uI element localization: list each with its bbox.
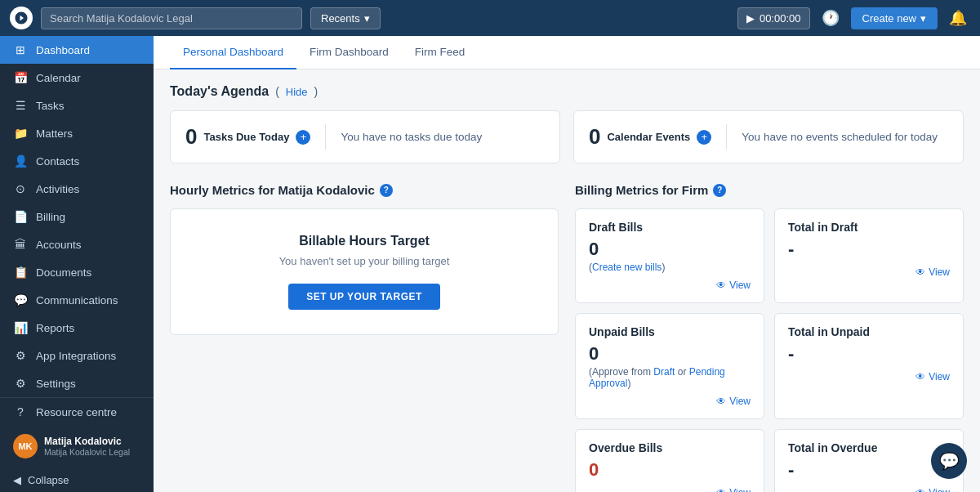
dashboard-icon: ⊞ [13,43,28,56]
hide-link[interactable]: Hide [286,86,308,98]
main-content: Personal Dashboard Firm Dashboard Firm F… [154,36,980,492]
create-new-bills-link[interactable]: Create new bills [592,262,662,273]
sidebar-item-settings[interactable]: ⚙ Settings [0,369,154,397]
sidebar-item-activities[interactable]: ⊙ Activities [0,175,154,203]
events-message: You have no events scheduled for today [742,131,938,143]
add-event-button[interactable]: + [697,130,711,145]
app-integrations-icon: ⚙ [13,349,28,362]
communications-icon: 💬 [13,293,28,306]
billable-hours-subtitle: You haven't set up your billing target [190,255,538,267]
hourly-metrics-title: Hourly Metrics for Matija Kodalovic ? [170,183,559,197]
timer-button[interactable]: ▶ 00:00:00 [737,7,810,29]
add-task-button[interactable]: + [296,130,310,145]
recents-button[interactable]: Recents ▾ [310,7,381,29]
hourly-metrics-info-icon[interactable]: ? [380,184,393,197]
tasks-count: 0 [185,124,197,150]
billing-grid: Draft Bills 0 (Create new bills) 👁 View [575,208,964,492]
play-icon: ▶ [746,12,755,25]
contacts-icon: 👤 [13,154,28,168]
set-target-button[interactable]: SET UP YOUR TARGET [288,284,440,310]
total-in-draft-value: - [788,239,950,260]
agenda-row: 0 Tasks Due Today + You have no tasks du… [170,110,964,163]
chevron-left-icon: ◀ [13,474,21,486]
user-name: Matija Kodalovic [44,436,130,447]
tasks-message: You have no tasks due today [341,131,482,143]
matters-icon: 📁 [13,127,28,140]
total-in-draft-view-link[interactable]: 👁 View [788,266,950,278]
chat-bubble[interactable]: 💬 [931,443,967,479]
sidebar-item-app-integrations[interactable]: ⚙ App Integrations [0,342,154,369]
sidebar-item-dashboard[interactable]: ⊞ Dashboard [0,36,154,64]
avatar: MK [13,434,38,458]
unpaid-bills-sub: (Approve from Draft or Pending Approval) [589,366,751,389]
tasks-label: Tasks Due Today [203,131,289,143]
divider [726,124,727,150]
events-label: Calendar Events [607,131,690,143]
tab-personal-dashboard[interactable]: Personal Dashboard [170,36,296,69]
chevron-down-icon: ▾ [920,12,926,25]
search-input[interactable] [41,7,302,29]
total-in-overdue-value: - [788,459,950,481]
activities-icon: ⊙ [13,182,28,195]
collapse-button[interactable]: ◀ Collapse [0,467,154,492]
billable-hours-title: Billable Hours Target [190,234,538,248]
sidebar-item-documents[interactable]: 📋 Documents [0,258,154,286]
draft-bills-view-link[interactable]: 👁 View [589,280,751,291]
settings-icon: ⚙ [13,377,28,390]
unpaid-bills-view-link[interactable]: 👁 View [589,396,751,407]
logo[interactable] [10,7,33,29]
calendar-events-card: 0 Calendar Events + You have no events s… [573,110,964,163]
total-in-unpaid-card: Total in Unpaid - 👁 View [774,313,964,419]
eye-icon: 👁 [915,487,925,492]
billing-icon: 📄 [13,210,28,223]
content-area: Today's Agenda ( Hide ) 0 Tasks Due Toda… [154,69,980,492]
metrics-row: Hourly Metrics for Matija Kodalovic ? Bi… [170,183,964,492]
hourly-metrics-section: Hourly Metrics for Matija Kodalovic ? Bi… [170,183,559,492]
billable-hours-card: Billable Hours Target You haven't set up… [170,208,559,335]
tab-bar: Personal Dashboard Firm Dashboard Firm F… [154,36,980,69]
overdue-bills-view-link[interactable]: 👁 View [589,487,751,492]
sidebar-item-billing[interactable]: 📄 Billing [0,203,154,230]
sidebar-item-tasks[interactable]: ☰ Tasks [0,92,154,119]
sidebar-item-reports[interactable]: 📊 Reports [0,314,154,342]
overdue-bills-value: 0 [589,459,751,481]
billing-metrics-title: Billing Metrics for Firm ? [575,183,964,197]
total-in-overdue-view-link[interactable]: 👁 View [788,487,950,492]
app-layout: ⊞ Dashboard 📅 Calendar ☰ Tasks 📁 Matters… [0,36,980,492]
sidebar-item-resource-centre[interactable]: ? Resource centre [0,398,154,426]
draft-bills-card: Draft Bills 0 (Create new bills) 👁 View [575,208,764,303]
sidebar-item-contacts[interactable]: 👤 Contacts [0,147,154,175]
billing-metrics-info-icon[interactable]: ? [713,184,726,197]
sidebar-item-communications[interactable]: 💬 Communications [0,286,154,314]
notifications-button[interactable]: 🔔 [946,9,970,27]
resource-centre-icon: ? [13,405,28,418]
sidebar-item-calendar[interactable]: 📅 Calendar [0,64,154,92]
overdue-bills-card: Overdue Bills 0 👁 View [575,429,764,492]
tab-firm-feed[interactable]: Firm Feed [402,36,479,69]
documents-icon: 📋 [13,266,28,279]
user-profile[interactable]: MK Matija Kodalovic Matija Kodalovic Leg… [0,426,154,467]
total-in-unpaid-view-link[interactable]: 👁 View [788,371,950,382]
billing-metrics-section: Billing Metrics for Firm ? Draft Bills 0… [575,183,964,492]
unpaid-bills-value: 0 [589,343,751,365]
agenda-header: Today's Agenda ( Hide ) [170,84,964,99]
tab-firm-dashboard[interactable]: Firm Dashboard [296,36,402,69]
clock-icon-button[interactable]: 🕐 [818,9,843,27]
draft-bills-value: 0 [589,239,751,260]
tasks-due-today-card: 0 Tasks Due Today + You have no tasks du… [170,110,560,163]
sidebar-item-matters[interactable]: 📁 Matters [0,119,154,147]
sidebar-item-accounts[interactable]: 🏛 Accounts [0,230,154,258]
events-count: 0 [589,124,600,150]
user-firm: Matija Kodalovic Legal [44,447,130,457]
calendar-icon: 📅 [13,71,28,84]
draft-link[interactable]: Draft [653,366,675,378]
sidebar: ⊞ Dashboard 📅 Calendar ☰ Tasks 📁 Matters… [0,36,154,492]
create-new-button[interactable]: Create new ▾ [851,7,938,29]
eye-icon: 👁 [915,266,925,278]
eye-icon: 👁 [716,280,726,291]
top-navigation: Recents ▾ ▶ 00:00:00 🕐 Create new ▾ 🔔 [0,0,980,36]
total-in-unpaid-value: - [788,343,950,365]
divider [325,124,326,150]
tasks-icon: ☰ [13,99,28,112]
chevron-down-icon: ▾ [364,12,370,25]
